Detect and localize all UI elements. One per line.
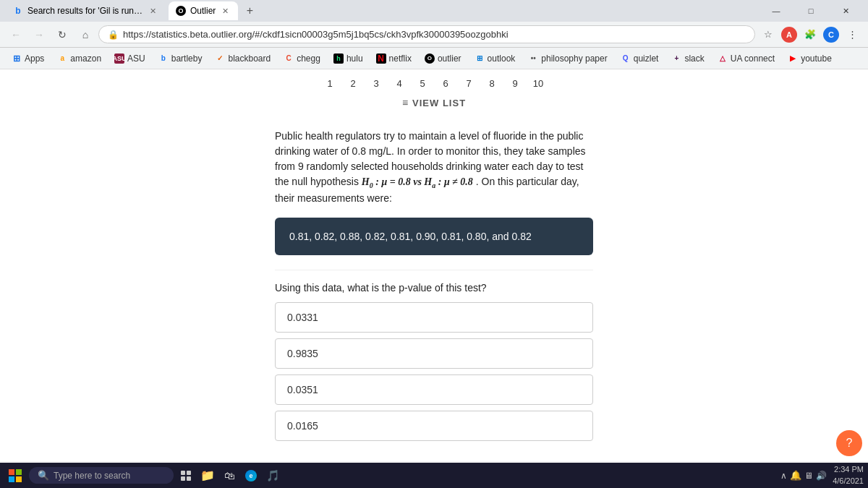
bookmark-ua-connect[interactable]: △ UA connect	[712, 51, 780, 66]
profile-c-icon[interactable]: C	[823, 27, 839, 43]
start-button[interactable]	[4, 465, 26, 487]
tab-outlier[interactable]: O Outlier ✕	[169, 1, 238, 20]
edge-button[interactable]: e	[242, 466, 260, 485]
address-bar: ← → ↻ ⌂ 🔒 https://statistics.beta.outlie…	[0, 22, 868, 48]
bookmark-asu[interactable]: ASU ASU	[109, 51, 151, 66]
new-tab-button[interactable]: +	[241, 2, 258, 20]
tab-search[interactable]: b Search results for 'Gil is running ✕	[6, 1, 166, 20]
bookmark-blackboard[interactable]: ✓ blackboard	[209, 51, 276, 66]
tab-search-icon: b	[13, 6, 23, 16]
bookmark-hulu-label: hulu	[346, 53, 363, 64]
taskview-button[interactable]	[176, 466, 195, 485]
bookmark-chegg[interactable]: C chegg	[278, 51, 326, 66]
bookmark-outlook-label: outlook	[488, 53, 516, 64]
hypothesis-h0: H0 : μ = 0.8 vs Ha : μ ≠ 0.8	[362, 176, 473, 187]
page-num-2[interactable]: 2	[344, 74, 362, 93]
bookmark-amazon[interactable]: a amazon	[51, 51, 107, 66]
profile-a-icon[interactable]: A	[781, 27, 797, 43]
outlook-icon: ⊞	[475, 53, 485, 64]
forward-button[interactable]: →	[29, 25, 49, 45]
speaker-icon[interactable]: 🔊	[816, 471, 827, 481]
windows-logo-icon	[9, 469, 22, 482]
svg-rect-5	[187, 471, 191, 475]
home-button[interactable]: ⌂	[75, 25, 95, 45]
page-num-10[interactable]: 10	[529, 74, 548, 93]
svg-rect-3	[16, 476, 22, 482]
help-button[interactable]: ?	[836, 430, 862, 456]
chegg-icon: C	[284, 53, 294, 64]
bookmark-slack[interactable]: + slack	[665, 51, 710, 66]
notification-icon[interactable]: 🔔	[790, 470, 801, 481]
youtube-icon: ▶	[788, 53, 798, 64]
bookmark-outlier[interactable]: O outlier	[419, 51, 467, 66]
page-num-6[interactable]: 6	[436, 74, 455, 93]
divider	[275, 270, 593, 270]
answer-option-3[interactable]: 0.0351	[275, 374, 593, 405]
outlier-bm-icon: O	[425, 53, 435, 64]
page-num-5[interactable]: 5	[413, 74, 432, 93]
asu-icon: ASU	[114, 53, 124, 64]
bookmark-philosophy-label: philosophy paper	[541, 53, 607, 64]
view-list-section[interactable]: ≡ VIEW LIST	[0, 95, 868, 114]
close-button[interactable]: ✕	[829, 0, 862, 22]
taskbar-clock[interactable]: 2:34 PM 4/6/2021	[833, 464, 864, 487]
bookmark-outlook[interactable]: ⊞ outlook	[469, 51, 522, 66]
answer-option-2[interactable]: 0.9835	[275, 338, 593, 369]
page-num-7[interactable]: 7	[459, 74, 478, 93]
tab-outlier-close[interactable]: ✕	[220, 6, 231, 17]
bookmark-hulu[interactable]: h hulu	[328, 51, 369, 66]
page-num-1[interactable]: 1	[320, 74, 339, 93]
bookmarks-bar: ⊞ Apps a amazon ASU ASU b bartleby ✓ bla…	[0, 48, 868, 69]
network-icon[interactable]: 🖥	[804, 471, 813, 481]
answer-option-1[interactable]: 0.0331	[275, 302, 593, 333]
netflix-icon: N	[376, 53, 386, 64]
chevron-up-icon[interactable]: ∧	[780, 471, 787, 481]
svg-rect-0	[9, 469, 14, 475]
bookmark-bartleby-label: bartleby	[171, 53, 203, 64]
hulu-icon: h	[333, 53, 344, 64]
minimize-button[interactable]: —	[760, 0, 793, 22]
bookmark-chegg-label: chegg	[297, 53, 320, 64]
answer-option-4[interactable]: 0.0165	[275, 411, 593, 441]
bookmark-philosophy[interactable]: •• philosophy paper	[522, 51, 613, 66]
taskbar-right: ∧ 🔔 🖥 🔊 2:34 PM 4/6/2021	[780, 464, 864, 487]
taskbar-search-bar[interactable]: 🔍 Type here to search	[29, 467, 174, 484]
taskbar-search-icon: 🔍	[38, 470, 49, 481]
extension-icon[interactable]: 🧩	[800, 25, 820, 45]
menu-icon[interactable]: ⋮	[842, 25, 862, 45]
bookmark-star-icon[interactable]: ☆	[758, 25, 778, 45]
svg-rect-6	[181, 476, 185, 481]
svg-rect-4	[181, 471, 185, 475]
address-actions: ☆ A 🧩 C ⋮	[758, 25, 862, 45]
page-num-4[interactable]: 4	[390, 74, 409, 93]
bookmark-bartleby[interactable]: b bartleby	[153, 51, 208, 66]
bookmark-netflix[interactable]: N netflix	[370, 51, 417, 66]
data-box: 0.81, 0.82, 0.88, 0.82, 0.81, 0.90, 0.81…	[275, 218, 593, 255]
store-button[interactable]: 🛍	[220, 466, 239, 485]
svg-rect-1	[16, 469, 22, 475]
slack-icon: +	[671, 53, 681, 64]
ua-connect-icon: △	[718, 53, 728, 64]
back-button[interactable]: ←	[6, 25, 26, 45]
taskbar-icons: 📁 🛍 e 🎵	[176, 466, 282, 485]
bookmark-quizlet[interactable]: Q quizlet	[615, 51, 665, 66]
bookmark-apps[interactable]: ⊞ Apps	[6, 51, 50, 66]
page-num-3[interactable]: 3	[367, 74, 386, 93]
tab-search-close[interactable]: ✕	[148, 6, 158, 17]
url-bar[interactable]: 🔒 https://statistics.beta.outlier.org/#/…	[98, 25, 755, 43]
quizlet-icon: Q	[621, 53, 631, 64]
bookmark-asu-label: ASU	[127, 53, 145, 64]
lock-icon: 🔒	[108, 30, 119, 40]
reload-button[interactable]: ↻	[52, 25, 72, 45]
svg-rect-7	[187, 476, 191, 481]
bookmark-youtube[interactable]: ▶ youtube	[782, 51, 838, 66]
blackboard-icon: ✓	[215, 53, 225, 64]
taskview-icon	[180, 470, 192, 481]
page-num-9[interactable]: 9	[506, 74, 524, 93]
file-explorer-button[interactable]: 📁	[198, 466, 217, 485]
bookmark-apps-label: Apps	[25, 53, 44, 64]
music-button[interactable]: 🎵	[263, 466, 282, 485]
bookmark-quizlet-label: quizlet	[634, 53, 659, 64]
page-num-8[interactable]: 8	[482, 74, 501, 93]
maximize-button[interactable]: □	[794, 0, 827, 22]
